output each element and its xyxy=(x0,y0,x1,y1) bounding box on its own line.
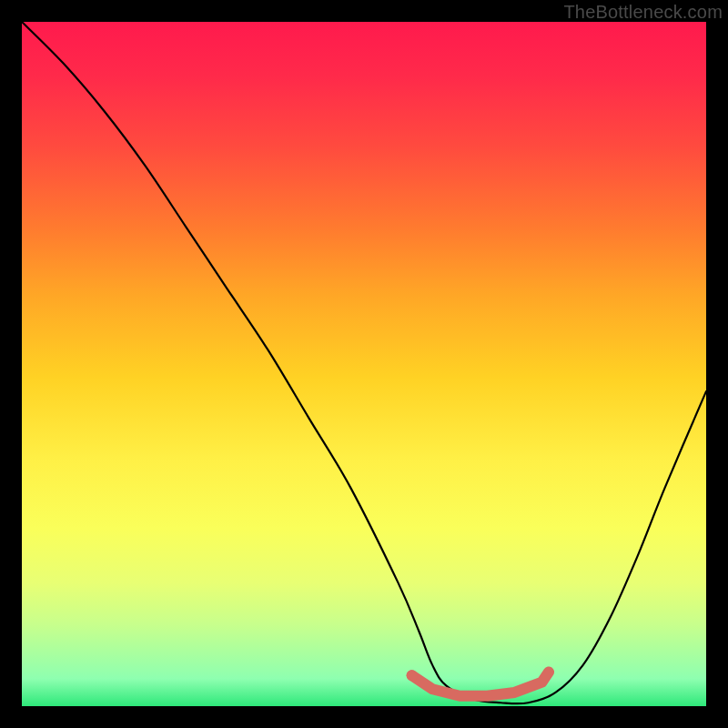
plot-area xyxy=(22,22,706,706)
optimal-start-dot xyxy=(407,670,418,681)
watermark-text: TheBottleneck.com xyxy=(563,2,723,23)
chart-container: TheBottleneck.com xyxy=(0,0,728,728)
chart-svg xyxy=(22,22,706,706)
optimal-range-marker xyxy=(412,672,549,695)
bottleneck-curve xyxy=(22,22,706,703)
